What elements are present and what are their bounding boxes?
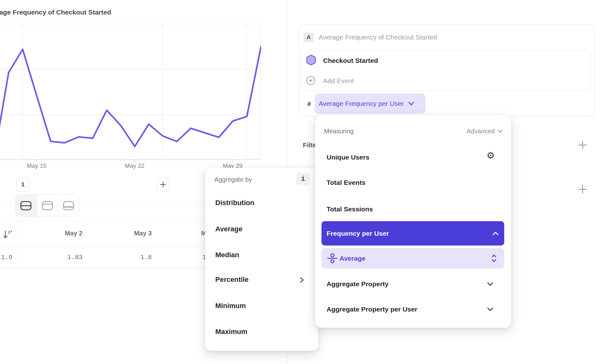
selected-item-label: Frequency per User (327, 230, 389, 237)
table-cell: 1.83 (56, 254, 94, 261)
add-event-icon[interactable] (306, 76, 315, 85)
menu-item-total-sessions[interactable]: Total Sessions (327, 205, 373, 213)
event-name[interactable]: Checkout Started (323, 57, 378, 64)
table-cell: 1.9 (0, 254, 26, 261)
chevron-up-icon (493, 231, 499, 235)
menu-item-aggregate-property-per-user[interactable]: Aggregate Property per User (327, 306, 417, 313)
metrics-section-title: Metrics (301, 0, 328, 2)
menu-item-distribution[interactable]: Distribution (215, 199, 254, 207)
menu-item-unique-users[interactable]: Unique Users (327, 154, 369, 161)
chevron-right-icon (299, 277, 304, 283)
menu-item-total-events[interactable]: Total Events (327, 179, 365, 186)
layout-toggle-table-only[interactable] (58, 195, 79, 216)
measurement-hash-symbol: # (307, 100, 311, 108)
measurement-dropdown-label: Average Frequency per User (319, 100, 404, 107)
info-icon[interactable]: i (296, 173, 310, 185)
add-filter-button[interactable] (578, 140, 587, 150)
chevron-down-icon (408, 101, 414, 106)
menu-item-aggregate-property[interactable]: Aggregate Property (327, 280, 389, 288)
layout-toggle-chart-only[interactable] (37, 195, 58, 216)
analytics-screen: Average Frequency of Checkout Started Ma… (0, 0, 600, 364)
aggregate-by-title: Aggregate by (214, 176, 252, 183)
menu-item-median[interactable]: Median (215, 251, 239, 259)
chevron-down-icon (498, 130, 503, 133)
layout-toggle-group (15, 194, 80, 217)
sort-descending-icon[interactable] (3, 229, 13, 240)
measurement-dropdown[interactable]: Average Frequency per User (315, 94, 426, 114)
line-chart[interactable] (0, 24, 261, 165)
layout-toggle-split[interactable] (15, 195, 37, 216)
menu-item-average[interactable]: Average (215, 225, 242, 233)
advanced-label: Advanced (467, 128, 495, 135)
aggregate-by-menu: Aggregate by i Distribution Average Medi… (205, 168, 318, 351)
table-cell: 1.8 (127, 254, 165, 261)
panel-top-icon (41, 200, 53, 211)
average-sub-label: Average (340, 255, 365, 262)
chart-title: Average Frequency of Checkout Started (0, 9, 111, 16)
page-number-button[interactable]: 1 (16, 178, 29, 191)
plus-icon (160, 181, 167, 188)
add-chart-button[interactable] (157, 178, 169, 191)
menu-item-average-sub[interactable]: Average (321, 248, 504, 269)
chart-series-line (0, 47, 261, 154)
menu-item-frequency-per-user-selected[interactable]: Frequency per User (321, 221, 504, 246)
average-icon (327, 253, 338, 264)
panel-bottom-icon (63, 200, 75, 211)
menu-item-percentile[interactable]: Percentile (215, 276, 248, 284)
gear-icon[interactable]: ⚙ (487, 151, 495, 160)
event-hexagon-icon (306, 54, 316, 66)
menu-item-maximum[interactable]: Maximum (215, 328, 247, 336)
chevron-up-down-icon (491, 254, 497, 263)
chevron-down-icon (487, 282, 493, 286)
metric-name-input[interactable]: Average Frequency of Checkout Started (319, 33, 437, 41)
add-event-button[interactable]: Add Event (323, 77, 354, 85)
measuring-title: Measuring (324, 128, 353, 135)
table-header-cell[interactable]: May 3 (124, 230, 162, 237)
metric-letter-badge: A (303, 32, 314, 42)
x-tick-label: May 15 (18, 162, 56, 169)
add-breakdown-button[interactable] (578, 185, 587, 194)
advanced-toggle[interactable]: Advanced (467, 128, 503, 135)
menu-item-minimum[interactable]: Minimum (215, 302, 246, 310)
x-tick-label: May 22 (116, 162, 154, 169)
table-rows-icon (20, 200, 32, 211)
table-header-cell[interactable]: May 2 (55, 230, 93, 237)
measuring-menu: Measuring Advanced Unique Users ⚙ Total … (315, 115, 511, 328)
chevron-down-icon (487, 307, 493, 312)
